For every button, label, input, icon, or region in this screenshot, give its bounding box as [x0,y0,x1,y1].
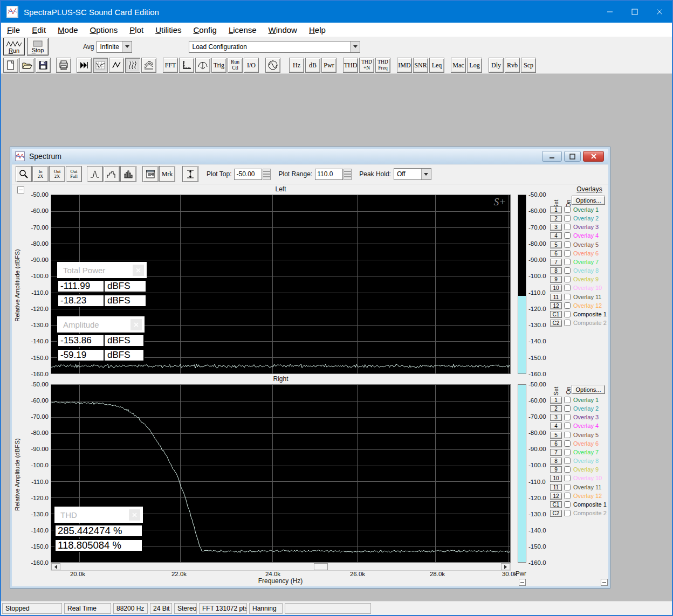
amplitude-title-bar[interactable]: Amplitude [57,316,145,333]
signal-generator-icon[interactable] [265,58,280,73]
total-power-title-bar[interactable]: Total Power [57,262,147,278]
overlay-set-button-C1[interactable]: C1 [550,311,562,318]
save-file-icon[interactable] [36,58,51,73]
open-file-icon[interactable] [19,58,35,73]
overlay-on-checkbox-5[interactable] [564,241,571,248]
overlay-set-button-4[interactable]: 4 [550,423,562,430]
menu-window[interactable]: Window [263,24,303,36]
thd-panel[interactable]: THD 285.442474 %118.805084 % [54,507,143,552]
overlay-on-checkbox-C2[interactable] [564,320,571,326]
fft-settings[interactable]: FFT [163,58,178,73]
overlay-set-button-C2[interactable]: C2 [550,320,562,327]
overlay-set-button-10[interactable]: 10 [550,475,562,482]
overlay-on-checkbox-2[interactable] [564,405,571,412]
overlay-on-checkbox-9[interactable] [564,276,571,282]
frequency-scrollbar[interactable] [51,563,511,571]
overlay-on-checkbox-3[interactable] [564,414,571,420]
overlay-set-button-1[interactable]: 1 [550,206,562,213]
overlay-on-checkbox-10[interactable] [564,285,571,291]
logging[interactable]: Log [467,58,482,73]
overlay-on-checkbox-10[interactable] [564,475,571,481]
menu-plot[interactable]: Plot [123,24,149,36]
menu-utilities[interactable]: Utilities [149,24,187,36]
minimize-icon[interactable] [542,151,562,162]
imd[interactable]: IMD [397,58,412,73]
overlay-set-button-11[interactable]: 11 [550,484,562,491]
thd-n[interactable]: THD+N [359,58,374,73]
bar-plot-icon[interactable] [120,166,136,182]
scrollbar-thumb[interactable] [314,563,328,570]
snr[interactable]: SNR [413,58,428,73]
run-button[interactable]: Run [3,38,25,56]
overlay-set-button-2[interactable]: 2 [550,215,562,222]
main-title-bar[interactable]: SpectraPLUS-SC Sound Card Edition [1,1,672,23]
scroll-left-icon[interactable] [51,563,60,570]
io-device[interactable]: I/O [244,58,259,73]
print-icon[interactable] [56,58,71,73]
delay[interactable]: Dly [489,58,504,73]
menu-edit[interactable]: Edit [26,24,52,36]
plot-range-input[interactable] [315,169,343,180]
zoom-out-2x[interactable]: Out2X [49,166,65,182]
overlay-on-checkbox-11[interactable] [564,294,571,300]
overlay-set-button-7[interactable]: 7 [550,449,562,456]
load-configuration-select[interactable]: Load Configuration [189,41,360,53]
overlay-set-button-C2[interactable]: C2 [550,510,562,517]
menu-mode[interactable]: Mode [52,24,84,36]
leq[interactable]: Leq [429,58,444,73]
trigger[interactable]: Trig [211,58,226,73]
overlay-on-checkbox-7[interactable] [564,449,571,455]
overlay-set-button-3[interactable]: 3 [550,414,562,421]
overlay-set-button-9[interactable]: 9 [550,276,562,283]
overlay-set-button-12[interactable]: 12 [550,302,562,309]
overlay-on-checkbox-C2[interactable] [564,510,571,516]
overlay-on-checkbox-9[interactable] [564,466,571,473]
menu-config[interactable]: Config [188,24,223,36]
overlay-options-button[interactable]: Options... [572,196,605,205]
peak-hold-select[interactable]: Off [394,168,431,180]
menu-file[interactable]: File [1,24,26,36]
overlay-set-button-8[interactable]: 8 [550,458,562,465]
overlay-options-button[interactable]: Options... [572,385,605,394]
overlay-set-button-10[interactable]: 10 [550,285,562,292]
chevron-down-icon[interactable] [350,41,360,52]
chevron-down-icon[interactable] [122,41,132,52]
new-file-icon[interactable] [3,58,18,73]
vertical-scale-icon[interactable] [182,166,198,182]
scroll-right-icon[interactable] [501,563,510,570]
overlay-on-checkbox-12[interactable] [564,302,571,309]
zoom-out-full[interactable]: OutFull [66,166,82,182]
overlay-on-checkbox-1[interactable] [564,206,571,213]
spectrogram-display-icon[interactable] [125,58,140,73]
overlay-set-button-3[interactable]: 3 [550,224,562,231]
collapse-meter-icon[interactable] [519,579,526,586]
zoom-in-2x[interactable]: In2X [32,166,49,182]
overlay-set-button-5[interactable]: 5 [550,241,562,248]
waveform-display-icon[interactable] [109,58,124,73]
overlay-on-checkbox-4[interactable] [564,423,571,429]
maximize-icon[interactable] [622,1,647,23]
overlay-on-checkbox-1[interactable] [564,397,571,403]
overlay-on-checkbox-2[interactable] [564,215,571,222]
overlay-set-button-12[interactable]: 12 [550,493,562,500]
overlay-set-button-2[interactable]: 2 [550,405,562,412]
overlay-set-button-6[interactable]: 6 [550,440,562,447]
reverb[interactable]: Rvb [505,58,520,73]
thd-freq[interactable]: THDFreq [375,58,390,73]
close-icon[interactable] [583,151,604,162]
overlay-on-checkbox-8[interactable] [564,458,571,464]
menu-options[interactable]: Options [84,24,124,36]
overlay-set-button-11[interactable]: 11 [550,294,562,301]
stop-button[interactable]: Stop [27,38,49,56]
units-pwr[interactable]: Pwr [321,58,336,73]
units-hz[interactable]: Hz [289,58,304,73]
overlay-set-button-8[interactable]: 8 [550,267,562,274]
thd-title-bar[interactable]: THD [54,507,143,523]
overlay-on-checkbox-6[interactable] [564,250,571,257]
close-icon[interactable] [647,1,672,23]
overlay-set-button-5[interactable]: 5 [550,432,562,439]
spectrum-display-icon[interactable] [93,58,108,73]
maximize-icon[interactable] [564,151,581,162]
chevron-down-icon[interactable] [421,169,431,179]
overlay-on-checkbox-5[interactable] [564,432,571,438]
